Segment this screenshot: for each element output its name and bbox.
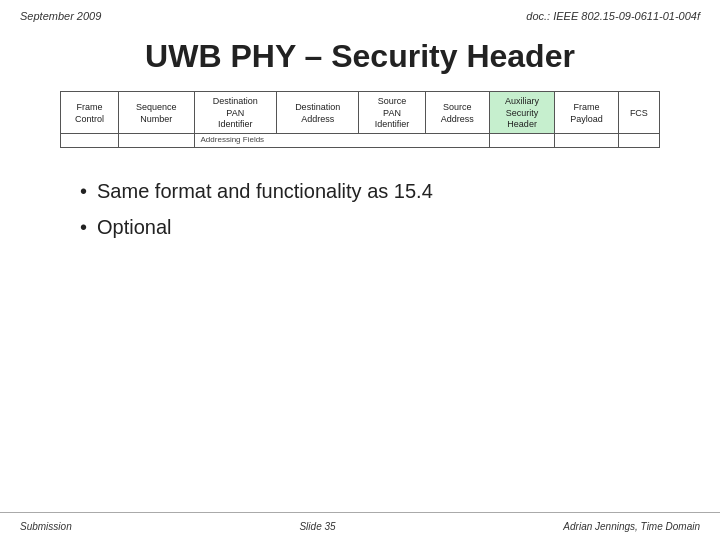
bullet-dot-2: • — [80, 214, 87, 240]
frame-header-row: FrameControl SequenceNumber DestinationP… — [61, 92, 660, 134]
bullet-text-1: Same format and functionality as 15.4 — [97, 178, 433, 204]
frame-table: FrameControl SequenceNumber DestinationP… — [60, 91, 660, 148]
title-section: UWB PHY – Security Header — [0, 28, 720, 91]
addressing-fields-row: Addressing Fields — [61, 134, 660, 148]
col-aux-security-header: AuxiliarySecurityHeader — [489, 92, 555, 134]
col-dest-pan-id: DestinationPANIdentifier — [194, 92, 276, 134]
footer-submission: Submission — [20, 521, 72, 532]
col-src-pan-id: SourcePANIdentifier — [359, 92, 425, 134]
col-dest-address: DestinationAddress — [276, 92, 358, 134]
header-date: September 2009 — [20, 10, 101, 22]
footer-slide-number: Slide 35 — [299, 521, 335, 532]
addressing-empty-2 — [118, 134, 194, 148]
addressing-empty-4 — [555, 134, 618, 148]
col-src-address: SourceAddress — [425, 92, 489, 134]
addressing-empty-1 — [61, 134, 119, 148]
header-doc: doc.: IEEE 802.15-09-0611-01-004f — [526, 10, 700, 22]
bullet-section: • Same format and functionality as 15.4 … — [0, 168, 720, 240]
bullet-item-1: • Same format and functionality as 15.4 — [80, 178, 640, 204]
col-frame-payload: FramePayload — [555, 92, 618, 134]
bullet-item-2: • Optional — [80, 214, 640, 240]
col-frame-control: FrameControl — [61, 92, 119, 134]
slide: September 2009 doc.: IEEE 802.15-09-0611… — [0, 0, 720, 540]
col-fcs: FCS — [618, 92, 659, 134]
col-sequence-number: SequenceNumber — [118, 92, 194, 134]
footer-author: Adrian Jennings, Time Domain — [563, 521, 700, 532]
slide-title: UWB PHY – Security Header — [40, 38, 680, 75]
footer-bar: Submission Slide 35 Adrian Jennings, Tim… — [0, 512, 720, 540]
addressing-empty-5 — [618, 134, 659, 148]
addressing-fields-label: Addressing Fields — [194, 134, 489, 148]
diagram-section: FrameControl SequenceNumber DestinationP… — [0, 91, 720, 168]
addressing-empty-3 — [489, 134, 555, 148]
bullet-text-2: Optional — [97, 214, 172, 240]
bullet-dot-1: • — [80, 178, 87, 204]
header-bar: September 2009 doc.: IEEE 802.15-09-0611… — [0, 0, 720, 28]
